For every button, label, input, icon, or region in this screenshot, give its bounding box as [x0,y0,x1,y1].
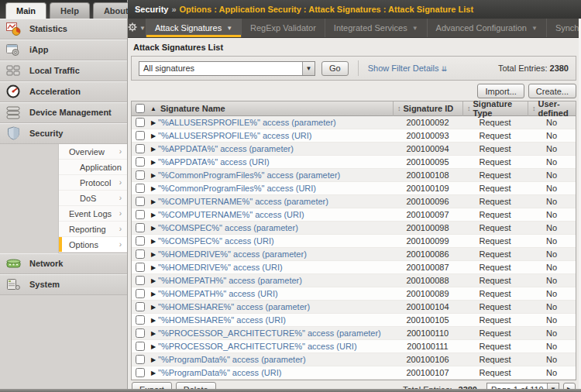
sidebar-item-iapp[interactable]: iApp [0,40,127,60]
column-header-user-defined[interactable]: ↕ User-defined [528,101,576,116]
signature-name-link[interactable]: "%PROCESSOR_ARCHITECTURE%" access (param… [158,328,393,338]
signature-name-link[interactable]: "%HOMEPATH%" access (URI) [158,289,393,298]
sidebar-item-protocol-security[interactable]: Protocol Security › [59,175,127,191]
row-checkbox[interactable] [136,342,145,351]
row-checkbox[interactable] [136,131,145,140]
signature-name-link[interactable]: "%COMPUTERNAME%" access (URI) [158,210,393,219]
signature-name-link[interactable]: "%PROCESSOR_ARCHITECTURE%" access (URI) [158,342,393,351]
signature-name-link[interactable]: "%APPDATA%" access (parameter) [158,144,393,153]
sidebar-item-security[interactable]: Security [0,123,127,144]
expand-arrow-icon[interactable]: ▶ [149,343,158,350]
signature-name-link[interactable]: "%ProgramData%" access (URI) [158,368,393,377]
row-checkbox[interactable] [136,184,145,193]
expand-arrow-icon[interactable]: ▶ [149,132,158,139]
signature-filter-select[interactable]: All signatures ▼ [139,61,315,76]
tab-main[interactable]: Main [5,2,46,19]
signature-name-link[interactable]: "%COMSPEC%" access (parameter) [158,223,393,232]
expand-arrow-icon[interactable]: ▶ [149,251,158,258]
row-checkbox[interactable] [136,236,145,246]
tab-integrated-services[interactable]: Integrated Services ▼ [325,19,428,37]
expand-arrow-icon[interactable]: ▶ [149,317,158,324]
row-checkbox[interactable] [136,223,145,232]
row-checkbox[interactable] [136,263,145,272]
expand-arrow-icon[interactable]: ▶ [149,172,158,179]
expand-arrow-icon[interactable]: ▶ [149,304,158,311]
column-header-signature-id[interactable]: ↕ Signature ID [393,101,462,116]
sidebar-item-label: Acceleration [29,87,81,96]
sidebar-item-application-security[interactable]: Application Security › [59,160,127,175]
expand-arrow-icon[interactable]: ▶ [149,277,158,284]
tab-help[interactable]: Help [50,2,90,19]
expand-arrow-icon[interactable]: ▶ [149,356,158,363]
row-checkbox[interactable] [136,170,145,180]
expand-arrow-icon[interactable]: ▶ [149,370,158,377]
settings-gear-button[interactable]: ▼ [128,19,146,37]
row-checkbox[interactable] [136,210,145,219]
import-button[interactable]: Import... [477,84,524,98]
sidebar-item-statistics[interactable]: Statistics [0,19,127,40]
signature-name-link[interactable]: "%ProgramData%" access (parameter) [158,355,393,364]
expand-arrow-icon[interactable]: ▶ [149,159,158,166]
expand-arrow-icon[interactable]: ▶ [149,146,158,153]
tab-advanced-configuration[interactable]: Advanced Configuration ▼ [428,19,547,37]
tab-synchronization[interactable]: Synchronization ▼ [547,19,581,37]
expand-arrow-icon[interactable]: ▶ [149,211,158,218]
row-checkbox[interactable] [136,276,145,285]
security-submenu: Overview › Application Security › Protoc… [58,144,127,253]
row-checkbox[interactable] [136,355,145,364]
signature-name-link[interactable]: "%COMSPEC%" access (URI) [158,236,393,246]
go-button[interactable]: Go [321,61,349,76]
sidebar-item-reporting[interactable]: Reporting › [59,222,127,237]
signature-name-link[interactable]: "%COMPUTERNAME%" access (parameter) [158,197,393,206]
sidebar-item-system[interactable]: System [0,274,127,295]
expand-arrow-icon[interactable]: ▶ [149,264,158,271]
signature-name-link[interactable]: "%HOMESHARE%" access (parameter) [158,302,393,311]
row-checkbox[interactable] [136,144,145,153]
signature-name-link[interactable]: "%CommonProgramFiles%" access (URI) [158,184,393,193]
sidebar-item-overview[interactable]: Overview › [59,144,127,160]
column-header-signature-type[interactable]: ↕ Signature Type [462,101,528,116]
row-checkbox[interactable] [136,315,145,325]
create-button[interactable]: Create... [528,84,576,98]
row-checkbox[interactable] [136,328,145,338]
expand-arrow-icon[interactable]: ▶ [149,198,158,205]
sidebar-item-dos-protection[interactable]: DoS Protection › [59,191,127,206]
signature-name-link[interactable]: "%CommonProgramFiles%" access (parameter… [158,170,393,180]
signature-name-link[interactable]: "%ALLUSERSPROFILE%" access (URI) [158,131,393,140]
row-checkbox[interactable] [136,197,145,206]
row-checkbox[interactable] [136,302,145,311]
sidebar-item-local-traffic[interactable]: Local Traffic [0,60,127,81]
sidebar-item-event-logs[interactable]: Event Logs › [59,206,127,222]
signature-name-link[interactable]: "%HOMEDRIVE%" access (URI) [158,263,393,272]
row-checkbox[interactable] [136,249,145,259]
row-checkbox[interactable] [136,289,145,298]
row-checkbox[interactable] [136,157,145,167]
signature-id: 200100104 [393,302,462,311]
expand-arrow-icon[interactable]: ▶ [149,238,158,245]
signature-name-link[interactable]: "%APPDATA%" access (URI) [158,157,393,167]
column-header-signature-name[interactable]: ▲ Signature Name [149,104,393,113]
signature-name-link[interactable]: "%HOMESHARE%" access (URI) [158,315,393,325]
row-checkbox[interactable] [136,118,145,127]
sidebar-item-acceleration[interactable]: Acceleration [0,81,127,102]
expand-arrow-icon[interactable]: ▶ [149,330,158,337]
sidebar-item-device-management[interactable]: Device Management [0,102,127,123]
breadcrumb-root[interactable]: Security [135,5,168,14]
row-checkbox[interactable] [136,368,145,377]
expand-arrow-icon[interactable]: ▶ [149,119,158,126]
select-all-checkbox[interactable] [136,104,145,113]
signature-name-link[interactable]: "%HOMEPATH%" access (parameter) [158,276,393,285]
tab-label: Attack Signatures [155,23,222,33]
tab-attack-signatures[interactable]: Attack Signatures ▼ [146,19,242,37]
sidebar-item-options[interactable]: Options › [59,237,127,253]
expand-arrow-icon[interactable]: ▶ [149,291,158,297]
signature-name-link[interactable]: "%HOMEDRIVE%" access (parameter) [158,249,393,259]
expand-arrow-icon[interactable]: ▶ [149,225,158,232]
tab-regexp-validator[interactable]: RegExp Validator [242,19,325,37]
expand-arrow-icon[interactable]: ▶ [149,185,158,192]
table-row: ▶ "%HOMEDRIVE%" access (URI) 200100087 R… [132,261,576,274]
signature-name-link[interactable]: "%ALLUSERSPROFILE%" access (parameter) [158,118,393,127]
show-filter-details-link[interactable]: Show Filter Details⇊ [368,64,447,73]
filter-details-label[interactable]: Show Filter Details [368,64,439,73]
sidebar-item-network[interactable]: Network [0,253,127,274]
